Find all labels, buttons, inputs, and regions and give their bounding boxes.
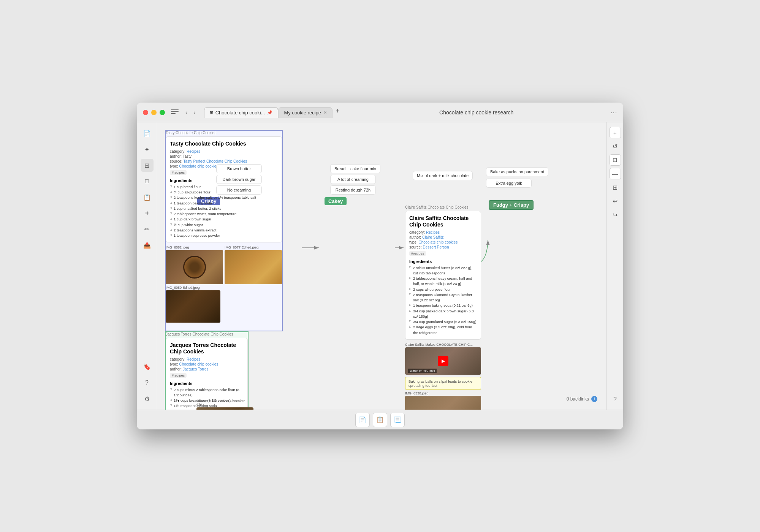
left-sidebar: 📄 ✦ ⊞ □ 📋 ⌗ ✏ 📤 🔖 ? ⚙ [137, 122, 157, 410]
ingredient-item: 3/4 cup granulated sugar (5.3 oz/ 150g) [409, 319, 477, 325]
tab-recipe[interactable]: My cookie recipe ✕ [278, 107, 332, 118]
maximize-button[interactable] [160, 110, 165, 115]
backlinks-badge: i [591, 396, 597, 402]
nav-arrows: ‹ › [183, 108, 198, 117]
ingredient-item: 2 cups minus 2 tablespoons cake flour (8… [170, 387, 244, 398]
refresh-button[interactable]: ↺ [610, 141, 621, 152]
input-lot-creaming[interactable]: A lot of creaming [330, 175, 376, 184]
ingredient-item: 1 cup dark brown sugar [170, 217, 278, 222]
canvas-area[interactable]: Brown butter Dark brown sugar No creamin… [157, 122, 606, 410]
howto-video-thumb[interactable]: 101 ▷ ▶ [196, 407, 253, 410]
sidebar-icon-pen[interactable]: ✏ [141, 223, 154, 236]
sidebar-icon-grid[interactable]: ⊞ [141, 159, 154, 172]
ingredient-item: 1 cup bread flour [170, 184, 278, 190]
toolbar-btn-1[interactable]: 📄 [355, 413, 370, 427]
howto-video-label: How To Make Perfect Chocolate Chi... [196, 399, 253, 407]
tab-canvas-icon: ⊞ [210, 110, 213, 115]
tasty-img1-container: IMG_6082.jpeg [166, 245, 223, 284]
minimize-button[interactable] [151, 110, 157, 115]
toolbar-icon-3: 📃 [394, 416, 401, 423]
tasty-card-header: Tasty Chocolate Chip Cookies [166, 131, 282, 135]
video-channel: Watch on YouTube [408, 369, 437, 373]
right-sidebar: + ↺ ⊡ — ⊞ ↩ ↪ ? [606, 122, 623, 410]
fit-button[interactable]: ⊡ [610, 154, 621, 166]
card-jacques-ingredients-title: Ingredients [170, 381, 244, 386]
tasty-img2-container: IMG_6077 Edited.jpeg [225, 245, 282, 284]
toolbar-btn-2[interactable]: 📋 [373, 413, 387, 427]
card-tasty-title: Tasty Chocolate Chip Cookies [170, 141, 278, 147]
card-claire-author: author: Claire Saffitz [409, 235, 477, 239]
backlinks-text: 0 backlinks [567, 396, 589, 402]
grid-button[interactable]: ⊞ [610, 182, 621, 193]
sidebar-icon-hash[interactable]: ⌗ [141, 207, 154, 220]
card-claire[interactable]: Claire Saffitz Chocolate Chip Cookies ca… [405, 211, 481, 340]
close-button[interactable] [143, 110, 148, 115]
card-claire-category: category: Recipes [409, 230, 477, 234]
sidebar-toggle[interactable] [171, 109, 179, 116]
category-tag-cakey: Cakey [325, 197, 347, 205]
card-jacques-author: author: Jacques Torres [170, 367, 244, 371]
play-button[interactable]: ▶ [438, 356, 448, 366]
input-brown-butter[interactable]: Brown butter [216, 164, 262, 173]
card-jacques-type: type: Chocolate chip cookies [170, 362, 244, 366]
sidebar-icon-square[interactable]: □ [141, 175, 154, 188]
input-bread-cake-flour[interactable]: Bread + cake flour mix [330, 164, 380, 173]
canvas-inner: Brown butter Dark brown sugar No creamin… [157, 122, 606, 410]
new-tab-button[interactable]: + [332, 107, 343, 118]
window-controls [143, 110, 165, 115]
card-tasty-source: source: Tasty Perfect Chocolate Chip Coo… [170, 159, 278, 163]
sidebar-icon-clip[interactable]: 📋 [141, 191, 154, 204]
zoom-out-button[interactable]: — [610, 168, 621, 179]
tasty-img2[interactable] [225, 250, 282, 284]
tab-close-icon[interactable]: ✕ [323, 110, 327, 115]
toolbar-btn-3[interactable]: 📃 [390, 413, 405, 427]
pin-icon: 📌 [267, 110, 272, 115]
tasty-images-row1: IMG_6082.jpeg IMG_6077 Edited.jpeg [166, 245, 282, 284]
sidebar-icon-upload[interactable]: 📤 [141, 239, 154, 252]
zoom-in-button[interactable]: + [610, 127, 621, 138]
tasty-img1[interactable] [166, 250, 223, 284]
sidebar-icon-star[interactable]: ✦ [141, 143, 154, 156]
toolbar-icon-1: 📄 [359, 416, 366, 423]
tab-canvas[interactable]: ⊞ Chocolate chip cooki... 📌 [204, 107, 279, 118]
card-claire-ingredients-list: 2 sticks unsalted butter (8 oz/ 227 g), … [409, 265, 477, 336]
help-button[interactable]: ? [610, 394, 621, 405]
card-jacques-title: Jacques Torres Chocolate Chip Cookies [170, 342, 244, 355]
undo-button[interactable]: ↩ [610, 195, 621, 207]
ingredient-item: 2 teaspoons vanilla extract [170, 228, 278, 233]
claire-img1[interactable] [405, 396, 481, 410]
redo-button[interactable]: ↪ [610, 209, 621, 220]
card-jacques-tag: #recipes [170, 373, 187, 378]
input-dark-brown-sugar[interactable]: Dark brown sugar [216, 175, 262, 184]
main-window: ‹ › ⊞ Chocolate chip cooki... 📌 My cooki… [137, 103, 623, 429]
card-tasty-tag: #recipes [170, 170, 187, 175]
input-resting-dough[interactable]: Resting dough 72h [330, 185, 376, 195]
ingredient-item: 2 teaspoons Diamond Crystal kosher salt … [409, 292, 477, 303]
input-chocolate-mix[interactable]: Mix of dark + milk chocolate [413, 171, 473, 180]
forward-button[interactable]: › [191, 108, 198, 117]
card-tasty-ingredients-list: 1 cup bread flour ¾ cup all-purpose flou… [170, 184, 278, 239]
back-button[interactable]: ‹ [183, 108, 190, 117]
card-tasty-author: author: Tasty [170, 154, 278, 158]
sidebar-icon-settings[interactable]: ⚙ [141, 392, 154, 405]
card-claire-source: source: Dessert Person [409, 245, 477, 249]
ingredient-item: 1 teaspoon espresso powder [170, 233, 278, 238]
ingredient-item: 1 teaspoon baking soda (0.21 oz/ 6g) [409, 303, 477, 308]
category-tag-fudgy-crispy: Fudgy + Crispy [489, 200, 534, 210]
more-options-button[interactable]: ⋯ [610, 108, 617, 117]
sidebar-icon-document[interactable]: 📄 [141, 127, 154, 140]
claire-video[interactable]: Claire Saffitz Makes CHOCOLATE CHIP C...… [405, 343, 481, 375]
card-tasty[interactable]: Tasty Chocolate Chip Cookies category: R… [166, 136, 282, 242]
claire-card-header: Claire Saffitz Chocolate Chip Cookies [405, 205, 481, 209]
ingredient-item: 2 tablespoons water, room temperature [170, 211, 278, 217]
sidebar-icon-bookmark[interactable]: 🔖 [141, 360, 154, 373]
claire-video-thumb[interactable]: Watch on YouTube ▶ [405, 347, 481, 375]
input-extra-egg-yolk[interactable]: Extra egg yolk [486, 179, 532, 188]
input-bake-pucks[interactable]: Bake as pucks on parchment [486, 167, 548, 176]
tab-bar: ⊞ Chocolate chip cooki... 📌 My cookie re… [204, 107, 343, 118]
backlinks-bar: 0 backlinks i [564, 394, 600, 404]
jacques-card-header: Jacques Torres Chocolate Chip Cookies [166, 332, 248, 336]
tasty-img3[interactable] [166, 290, 220, 323]
section-crispy: Tasty Chocolate Chip Cookies Tasty Choco… [165, 130, 283, 331]
sidebar-icon-help[interactable]: ? [141, 376, 154, 389]
